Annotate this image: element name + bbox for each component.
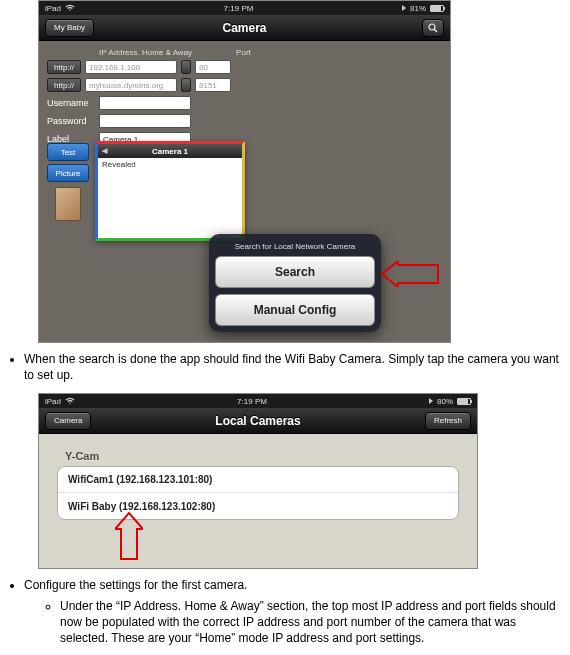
status-time-2: 7:19 PM	[75, 397, 429, 406]
ip-stepper-1[interactable]	[181, 60, 191, 74]
bullet-configure-text: Configure the settings for the first cam…	[24, 578, 247, 592]
carrier-label: iPad	[45, 4, 61, 13]
svg-line-1	[434, 29, 437, 32]
sub-bullet-ip-section: Under the “IP Address. Home & Away” sect…	[60, 598, 560, 647]
annotation-arrow-wifibaby	[115, 511, 143, 564]
camera-list: Y-Cam WifiCam1 (192.168.123.101:80) WiFi…	[39, 434, 477, 534]
ip-field-2[interactable]: myhouse.dyndns.org	[85, 78, 177, 92]
back-label-2: Camera	[54, 416, 82, 425]
test-button[interactable]: Test	[47, 143, 89, 161]
camera-row-1[interactable]: WifiCam1 (192.168.123.101:80)	[58, 467, 458, 493]
page-title-2: Local Cameras	[39, 414, 477, 428]
page-title: Camera	[39, 21, 450, 35]
preview-window: Camera 1 Revealed	[95, 141, 245, 241]
picture-button[interactable]: Picture	[47, 164, 89, 182]
status-time: 7:19 PM	[75, 4, 402, 13]
refresh-button[interactable]: Refresh	[425, 412, 471, 430]
ip-header: IP Address. Home & Away	[99, 48, 192, 57]
battery-percent-2: 80%	[437, 397, 453, 406]
username-field[interactable]	[99, 96, 191, 110]
username-label: Username	[47, 98, 95, 108]
bullet-search-done: When the search is done the app should f…	[24, 351, 560, 383]
battery-icon	[430, 5, 444, 12]
doc-text-2: Configure the settings for the first cam…	[24, 577, 560, 646]
navbar-2: Camera Local Cameras Refresh	[39, 408, 477, 434]
back-button-2[interactable]: Camera	[45, 412, 91, 430]
http-scheme-2[interactable]: http://	[47, 78, 81, 92]
group-title: Y-Cam	[57, 448, 459, 466]
port-header: Port	[236, 48, 251, 57]
annotation-arrow-search	[380, 261, 440, 290]
navbar: My Baby Camera	[39, 15, 450, 41]
back-label: My Baby	[54, 23, 85, 32]
preview-status: Revealed	[98, 158, 242, 171]
battery-percent: 81%	[410, 4, 426, 13]
doc-text-1: When the search is done the app should f…	[24, 351, 560, 383]
screenshot-local-cameras: iPad 7:19 PM 80% Camera Local Cameras Re…	[38, 393, 478, 569]
svg-point-0	[429, 24, 435, 30]
camera-thumbnail[interactable]	[55, 187, 81, 221]
preview-title: Camera 1	[98, 144, 242, 158]
sheet-title: Search for Local Network Camera	[215, 240, 375, 256]
back-button[interactable]: My Baby	[45, 19, 94, 37]
search-nav-button[interactable]	[422, 19, 444, 37]
ip-stepper-2[interactable]	[181, 78, 191, 92]
http-scheme-1[interactable]: http://	[47, 60, 81, 74]
bullet-configure: Configure the settings for the first cam…	[24, 577, 560, 646]
port-field-1[interactable]: 80	[195, 60, 231, 74]
ip-field-1[interactable]: 192.168.1.100	[85, 60, 177, 74]
password-label: Password	[47, 116, 95, 126]
port-field-2[interactable]: 8151	[195, 78, 231, 92]
screenshot-camera-config: iPad 7:19 PM 81% My Baby Camera IP Addre…	[38, 0, 451, 343]
side-buttons: Test Picture	[47, 143, 89, 182]
search-icon	[428, 23, 438, 33]
status-bar: iPad 7:19 PM 81%	[39, 1, 450, 15]
wifi-icon-2	[65, 397, 75, 405]
action-sheet: Search for Local Network Camera Search M…	[209, 234, 381, 332]
wifi-icon	[65, 4, 75, 12]
carrier-label-2: iPad	[45, 397, 61, 406]
manual-config-button[interactable]: Manual Config	[215, 294, 375, 326]
status-bar-2: iPad 7:19 PM 80%	[39, 394, 477, 408]
refresh-label: Refresh	[434, 416, 462, 425]
search-button[interactable]: Search	[215, 256, 375, 288]
play-icon	[402, 5, 406, 11]
play-icon-2	[429, 398, 433, 404]
password-field[interactable]	[99, 114, 191, 128]
battery-icon-2	[457, 398, 471, 405]
